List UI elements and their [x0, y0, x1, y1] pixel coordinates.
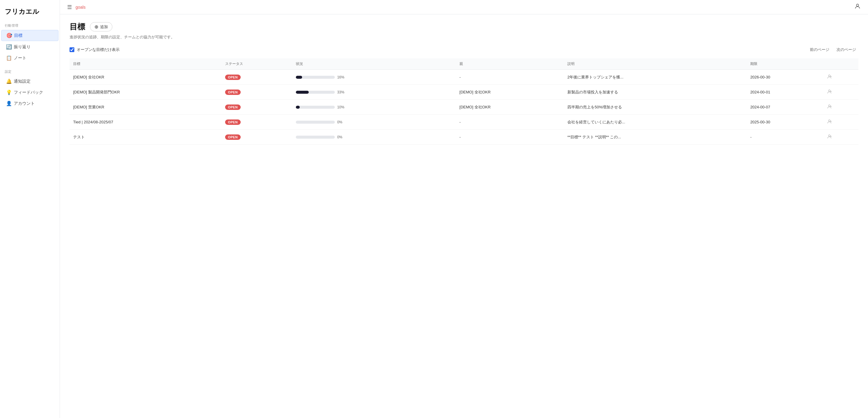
goal-desc-cell: 四半期の売上を50%増加させる — [564, 100, 747, 115]
goals-table: 目標 ステータス 状況 親 説明 期限 [DEMO] 全社OKROPEN16%-… — [69, 58, 859, 145]
progress-bar-fill — [296, 76, 302, 79]
sidebar-item-feedback[interactable]: 💡 フィードバック — [1, 87, 58, 98]
progress-bar-fill — [296, 106, 300, 109]
svg-point-4 — [829, 90, 830, 92]
next-page-button[interactable]: 次のページ — [834, 46, 859, 54]
goal-desc-cell: **目標** テスト **説明** この... — [564, 130, 747, 145]
sidebar-item-label: フィードバック — [14, 90, 43, 95]
goal-name-cell[interactable]: Tied | 2024/08-2025/07 — [69, 115, 221, 130]
goal-desc-cell: 会社を経営していくにあたり必... — [564, 115, 747, 130]
col-parent: 親 — [456, 58, 564, 70]
filter-left: オープンな目標だけ表示 — [69, 47, 120, 53]
goal-deadline-cell: 2024-00-01 — [747, 85, 823, 100]
progress-label: 10% — [337, 105, 347, 109]
goal-status-cell: OPEN — [221, 70, 292, 85]
goal-member-cell[interactable] — [823, 130, 859, 145]
goal-parent-cell: - — [456, 130, 564, 145]
progress-container: 0% — [296, 120, 452, 124]
sidebar-item-mokuhyo[interactable]: 🎯 目標 — [1, 30, 58, 41]
page-header: 目標 ⊕ 追加 — [69, 22, 859, 32]
goal-name-cell[interactable]: [DEMO] 全社OKR — [69, 70, 221, 85]
table-row: Tied | 2024/08-2025/07OPEN0%-会社を経営していくにあ… — [69, 115, 859, 130]
pagination: 前のページ 次のページ — [807, 46, 859, 54]
sidebar-item-label: アカウント — [14, 101, 35, 106]
status-badge: OPEN — [225, 119, 241, 125]
goal-progress-cell: 0% — [292, 115, 456, 130]
svg-point-10 — [829, 120, 830, 121]
progress-bar-bg — [296, 121, 335, 124]
goal-name-cell[interactable]: [DEMO] 営業OKR — [69, 100, 221, 115]
open-filter-input[interactable] — [69, 47, 74, 52]
progress-label: 0% — [337, 120, 347, 124]
col-status: ステータス — [221, 58, 292, 70]
open-filter-label: オープンな目標だけ表示 — [77, 47, 120, 53]
progress-bar-bg — [296, 106, 335, 109]
sidebar-item-label: 目標 — [14, 33, 23, 38]
add-button[interactable]: ⊕ 追加 — [90, 22, 113, 31]
bell-icon: 🔔 — [6, 78, 11, 84]
goal-member-cell[interactable] — [823, 100, 859, 115]
table-header: 目標 ステータス 状況 親 説明 期限 — [69, 58, 859, 70]
sidebar-item-label: ノート — [14, 56, 26, 61]
sidebar-item-label: 通知設定 — [14, 79, 31, 84]
progress-bar-bg — [296, 76, 335, 79]
note-icon: 📋 — [6, 55, 11, 61]
col-member — [823, 58, 859, 70]
goal-parent-cell: [DEMO] 全社OKR — [456, 85, 564, 100]
sidebar: フリカエル 行動管理 🎯 目標 🔄 振り返り 📋 ノート 設定 🔔 通知設定 💡… — [0, 0, 60, 418]
progress-container: 0% — [296, 135, 452, 139]
section-label-settings: 設定 — [0, 68, 60, 76]
progress-container: 10% — [296, 105, 452, 109]
goal-status-cell: OPEN — [221, 115, 292, 130]
col-name: 目標 — [69, 58, 221, 70]
goal-member-cell[interactable] — [823, 70, 859, 85]
filter-row: オープンな目標だけ表示 前のページ 次のページ — [69, 46, 859, 54]
goal-progress-cell: 0% — [292, 130, 456, 145]
goal-member-cell[interactable] — [823, 115, 859, 130]
progress-container: 16% — [296, 75, 452, 79]
status-badge: OPEN — [225, 104, 241, 110]
progress-bar-bg — [296, 91, 335, 94]
col-state: 状況 — [292, 58, 456, 70]
user-icon[interactable] — [854, 3, 861, 11]
add-label: 追加 — [100, 24, 108, 30]
plus-icon: ⊕ — [94, 24, 98, 30]
goal-desc-cell: 新製品の市場投入を加速する — [564, 85, 747, 100]
prev-page-button[interactable]: 前のページ — [807, 46, 832, 54]
col-deadline: 期限 — [747, 58, 823, 70]
table-body: [DEMO] 全社OKROPEN16%-2年後に業界トップシェアを獲...202… — [69, 70, 859, 145]
goal-status-cell: OPEN — [221, 85, 292, 100]
goal-progress-cell: 16% — [292, 70, 456, 85]
main-content: ☰ goals 目標 ⊕ 追加 進捗状況の追跡、期限の設定、チームとの協力が可能… — [60, 0, 868, 418]
goal-name-cell[interactable]: [DEMO] 製品開発部門OKR — [69, 85, 221, 100]
svg-point-13 — [829, 135, 830, 137]
goal-name-cell[interactable]: テスト — [69, 130, 221, 145]
goal-parent-cell: [DEMO] 全社OKR — [456, 100, 564, 115]
sidebar-item-furikaeri[interactable]: 🔄 振り返り — [1, 42, 58, 52]
page-title: 目標 — [69, 22, 85, 32]
refresh-icon: 🔄 — [6, 44, 11, 50]
progress-container: 33% — [296, 90, 452, 94]
account-icon: 👤 — [6, 101, 11, 106]
progress-label: 0% — [337, 135, 347, 139]
svg-point-1 — [829, 75, 830, 77]
goal-parent-cell: - — [456, 115, 564, 130]
goal-deadline-cell: 2026-00-30 — [747, 70, 823, 85]
sidebar-item-label: 振り返り — [14, 44, 31, 50]
sidebar-item-account[interactable]: 👤 アカウント — [1, 98, 58, 109]
goal-status-cell: OPEN — [221, 130, 292, 145]
goal-progress-cell: 10% — [292, 100, 456, 115]
sidebar-item-notification[interactable]: 🔔 通知設定 — [1, 76, 58, 86]
goal-deadline-cell: - — [747, 130, 823, 145]
progress-label: 33% — [337, 90, 347, 94]
goal-member-cell[interactable] — [823, 85, 859, 100]
menu-icon[interactable]: ☰ — [67, 4, 72, 10]
progress-label: 16% — [337, 75, 347, 79]
sidebar-item-note[interactable]: 📋 ノート — [1, 53, 58, 63]
status-badge: OPEN — [225, 90, 241, 95]
breadcrumb: goals — [75, 5, 86, 9]
section-label-actions: 行動管理 — [0, 22, 60, 30]
open-filter-checkbox[interactable]: オープンな目標だけ表示 — [69, 47, 120, 53]
status-badge: OPEN — [225, 134, 241, 140]
app-logo: フリカエル — [0, 5, 60, 22]
